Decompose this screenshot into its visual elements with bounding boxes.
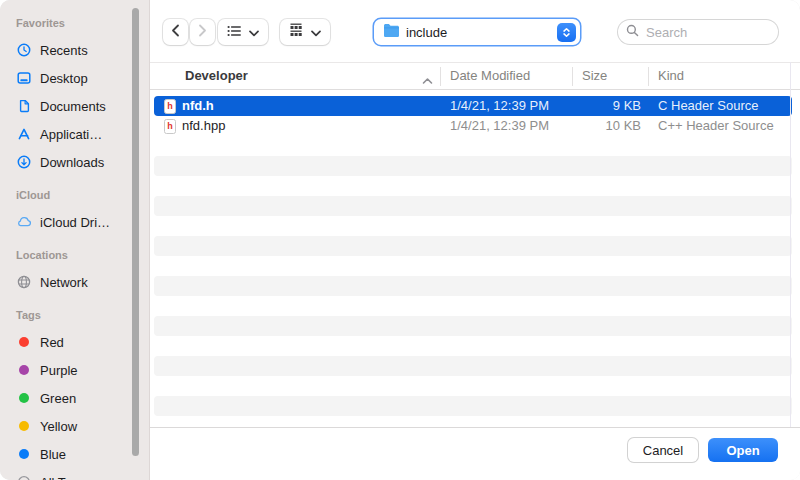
sidebar-item-label: Network (40, 275, 88, 290)
sort-ascending-icon (422, 71, 433, 89)
list-view-icon (227, 23, 241, 41)
forward-button[interactable] (190, 19, 215, 45)
sidebar-item-recents[interactable]: Recents (0, 36, 149, 64)
cloud-icon (15, 213, 33, 231)
sidebar-item-icloud-drive[interactable]: iCloud Dri… (0, 208, 149, 236)
chevron-left-icon (171, 23, 180, 41)
sidebar-item-label: Yellow (40, 419, 77, 434)
sidebar-item-label: Recents (40, 43, 88, 58)
open-dialog: Favorites Recents Desktop Documents (0, 0, 800, 480)
sidebar-item-label: Desktop (40, 71, 88, 86)
sidebar-item-tag-blue[interactable]: Blue (0, 440, 149, 468)
desktop-icon (15, 69, 33, 87)
file-size: 10 KB (454, 116, 641, 136)
sidebar-item-tag-red[interactable]: Red (0, 328, 149, 356)
sidebar-item-label: Documents (40, 99, 106, 114)
file-name: nfd.hpp (182, 116, 225, 136)
sidebar-item-desktop[interactable]: Desktop (0, 64, 149, 92)
column-divider[interactable] (440, 67, 441, 86)
sidebar-item-downloads[interactable]: Downloads (0, 148, 149, 176)
chevron-down-icon (249, 23, 259, 41)
empty-row-stripe (154, 156, 792, 176)
sidebar-scrollbar[interactable] (132, 8, 139, 456)
sidebar-item-label: iCloud Dri… (40, 215, 110, 230)
clock-icon (15, 41, 33, 59)
cancel-button[interactable]: Cancel (628, 438, 698, 462)
search-icon (626, 23, 639, 41)
document-icon (15, 97, 33, 115)
sidebar-item-all-tags[interactable]: All Tags (0, 468, 149, 480)
tag-dot-icon (15, 361, 33, 379)
sidebar-item-label: Applicati… (40, 127, 102, 142)
group-view-button[interactable] (280, 19, 330, 45)
search-input[interactable] (644, 24, 768, 41)
column-header-kind[interactable]: Kind (658, 63, 684, 89)
chevron-right-icon (198, 23, 207, 41)
list-view-button[interactable] (218, 19, 268, 45)
appstore-icon (15, 125, 33, 143)
sidebar: Favorites Recents Desktop Documents (0, 0, 150, 480)
empty-row-stripe (154, 396, 792, 416)
open-button[interactable]: Open (708, 438, 778, 462)
location-popup-label: include (406, 25, 447, 40)
search-field[interactable] (618, 20, 778, 44)
file-row-nfd-h[interactable]: h nfd.h 1/4/21, 12:39 PM 9 KB C Header S… (154, 96, 792, 116)
sidebar-section-locations: Locations (16, 248, 149, 262)
sidebar-item-label: Purple (40, 363, 78, 378)
popup-stepper-icon[interactable] (557, 23, 576, 42)
sidebar-item-network[interactable]: Network (0, 268, 149, 296)
column-header-row: Developer Date Modified Size Kind (150, 62, 800, 90)
back-button[interactable] (163, 19, 188, 45)
file-size: 9 KB (454, 96, 641, 116)
group-view-icon (289, 23, 303, 41)
sidebar-item-label: All Tags (40, 475, 85, 480)
dialog-footer: Cancel Open (150, 427, 800, 480)
file-list: h nfd.h 1/4/21, 12:39 PM 9 KB C Header S… (150, 90, 800, 427)
file-row-nfd-hpp[interactable]: h nfd.hpp 1/4/21, 12:39 PM 10 KB C++ Hea… (154, 116, 792, 136)
sidebar-section-icloud: iCloud (16, 188, 149, 202)
sidebar-item-tag-yellow[interactable]: Yellow (0, 412, 149, 440)
sidebar-item-tag-green[interactable]: Green (0, 384, 149, 412)
chevron-down-icon (311, 23, 321, 41)
file-kind: C Header Source (658, 96, 758, 116)
tag-dot-icon (15, 389, 33, 407)
sidebar-item-label: Downloads (40, 155, 104, 170)
location-popup[interactable]: include (374, 19, 580, 45)
sidebar-item-documents[interactable]: Documents (0, 92, 149, 120)
empty-row-stripe (154, 236, 792, 256)
tag-dot-icon (15, 417, 33, 435)
header-file-icon: h (164, 99, 176, 114)
empty-row-stripe (154, 316, 792, 336)
column-header-date-modified[interactable]: Date Modified (450, 63, 530, 89)
file-kind: C++ Header Source (658, 116, 774, 136)
empty-row-stripe (154, 196, 792, 216)
sidebar-item-tag-purple[interactable]: Purple (0, 356, 149, 384)
main-panel: include Developer Date Modified Size Kin… (150, 0, 800, 480)
empty-row-stripe (154, 276, 792, 296)
column-divider[interactable] (648, 67, 649, 86)
sidebar-item-label: Green (40, 391, 76, 406)
globe-icon (15, 273, 33, 291)
header-file-icon: h (164, 119, 176, 134)
file-name: nfd.h (182, 96, 214, 116)
sidebar-section-favorites: Favorites (16, 16, 149, 30)
column-header-size[interactable]: Size (582, 63, 607, 89)
column-divider[interactable] (572, 67, 573, 86)
folder-icon (383, 23, 400, 41)
all-tags-icon (15, 473, 33, 480)
tag-dot-icon (15, 333, 33, 351)
column-header-name[interactable]: Developer (185, 63, 248, 89)
sidebar-item-label: Blue (40, 447, 66, 462)
download-circle-icon (15, 153, 33, 171)
tag-dot-icon (15, 445, 33, 463)
list-right-edge (790, 62, 791, 427)
sidebar-item-applications[interactable]: Applicati… (0, 120, 149, 148)
sidebar-item-label: Red (40, 335, 64, 350)
empty-row-stripe (154, 356, 792, 376)
sidebar-section-tags: Tags (16, 308, 149, 322)
